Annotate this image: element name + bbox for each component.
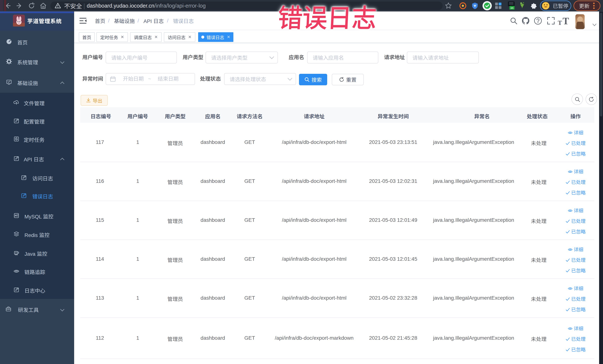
svg-text:on: on — [510, 7, 513, 9]
